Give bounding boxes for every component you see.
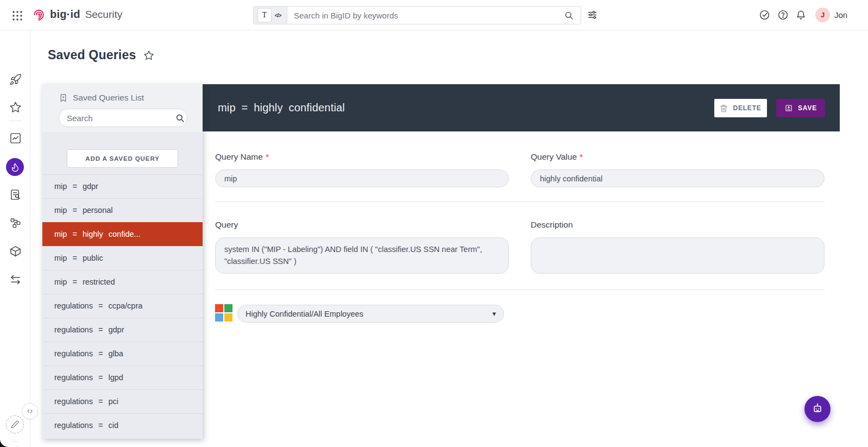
global-search: T </> — [253, 6, 581, 24]
sidebar-item-getting-started[interactable] — [9, 73, 22, 86]
nodes-icon — [9, 217, 22, 229]
mip-label-dropdown-value: Highly Confidential/All Employees — [246, 310, 492, 318]
favorite-star-icon[interactable] — [143, 50, 154, 61]
sidebar-item-favorites[interactable] — [9, 101, 22, 114]
tasks-check-icon[interactable] — [759, 9, 770, 21]
notifications-bell-icon[interactable] — [795, 9, 807, 21]
saved-queries-list: mip = gdprmip = personalmip = highly con… — [42, 174, 203, 437]
list-item-label: mip = personal — [54, 206, 113, 215]
query-name-label: Query Name — [215, 152, 263, 161]
chevron-down-icon: ▾ — [492, 310, 496, 318]
top-bar: big·id Security T </> — [0, 0, 868, 30]
search-icon — [175, 113, 185, 123]
app-grid-icon[interactable] — [11, 9, 24, 22]
query-value-input[interactable] — [531, 169, 825, 187]
list-item[interactable]: regulations = gdpr — [42, 318, 203, 342]
search-mode-segment: T </> — [254, 7, 287, 24]
query-name-input[interactable] — [215, 169, 509, 187]
list-item[interactable]: regulations = glba — [42, 342, 203, 366]
code-chevrons-icon — [26, 407, 34, 415]
mip-label-dropdown[interactable]: Highly Confidential/All Employees ▾ — [237, 305, 504, 323]
query-detail-title: mip = highly confidential — [218, 84, 345, 131]
saved-queries-list-title: Saved Queries List — [73, 93, 144, 103]
sidebar-item-catalog[interactable] — [9, 245, 22, 257]
list-item[interactable]: mip = personal — [42, 198, 203, 222]
user-name: Jon — [834, 10, 847, 20]
assistant-chatbot-button[interactable] — [804, 396, 831, 422]
user-avatar[interactable]: J — [815, 8, 830, 22]
sidebar-collapse-toggle[interactable] — [22, 403, 38, 419]
list-item-label: mip = restricted — [54, 278, 115, 286]
cube-icon — [9, 245, 22, 257]
sidebar-item-data-flows[interactable] — [9, 217, 22, 229]
form-divider — [215, 289, 825, 290]
sidebar-item-transfers[interactable] — [9, 273, 22, 286]
search-icon[interactable] — [564, 10, 581, 21]
list-item-label: mip = highly confide... — [54, 230, 141, 238]
required-mark: * — [580, 152, 583, 161]
list-item-label: mip = public — [54, 254, 103, 262]
save-icon — [784, 104, 793, 112]
bookmark-star-icon — [59, 93, 68, 103]
sidebar-divider — [9, 121, 22, 121]
list-item-label: regulations = ccpa/cpra — [54, 301, 142, 310]
query-value-label: Query Value — [531, 152, 577, 161]
list-item[interactable]: regulations = ccpa/cpra — [42, 294, 203, 318]
star-icon — [9, 101, 22, 114]
user-initial: J — [821, 11, 825, 19]
save-button-label: SAVE — [798, 104, 817, 112]
report-search-icon — [9, 188, 22, 201]
query-detail-form: Query Name* Query Value* Query system IN… — [202, 131, 840, 447]
list-item[interactable]: mip = gdpr — [42, 174, 203, 198]
brand-logo-link[interactable]: big·id Security — [32, 7, 122, 22]
saved-queries-list-body: ADD A SAVED QUERY mip = gdprmip = person… — [42, 132, 203, 439]
page-title: Saved Queries — [48, 48, 136, 62]
list-item[interactable]: regulations = lgpd — [42, 366, 203, 389]
help-icon[interactable] — [777, 9, 789, 21]
saved-queries-panel-header: Saved Queries List — [42, 84, 203, 132]
list-item-label: regulations = cid — [54, 421, 118, 430]
sidebar-item-risk-active[interactable] — [6, 158, 24, 176]
trash-icon — [720, 104, 728, 112]
bigid-app-window: big·id Security T </> — [0, 0, 868, 447]
list-item-label: regulations = glba — [54, 349, 123, 358]
delete-button[interactable]: DELETE — [714, 99, 767, 117]
search-settings-icon[interactable] — [587, 9, 598, 21]
saved-queries-panel: Saved Queries List ADD A SAVED QUERY mip… — [42, 84, 203, 439]
list-item-label: regulations = gdpr — [54, 325, 124, 334]
chart-icon — [9, 132, 22, 144]
brand-name: big·id — [50, 8, 80, 21]
flame-icon — [10, 162, 20, 172]
description-label: Description — [531, 220, 573, 230]
query-detail-header: mip = highly confidential DELETE SAVE — [202, 84, 840, 131]
text-search-mode-button[interactable]: T — [258, 9, 271, 22]
save-button[interactable]: SAVE — [776, 99, 825, 117]
sidebar-nav — [0, 30, 30, 447]
query-textarea[interactable]: system IN ("MIP - Labeling") AND field I… — [215, 237, 509, 274]
list-item[interactable]: mip = restricted — [42, 270, 203, 294]
brand-product: Security — [85, 9, 123, 21]
list-item-label: regulations = lgpd — [54, 373, 123, 382]
list-search-box — [59, 109, 187, 127]
list-item-label: regulations = pci — [54, 397, 118, 406]
sidebar-item-dashboard[interactable] — [9, 132, 22, 144]
list-item[interactable]: regulations = pci — [42, 389, 203, 413]
list-search-input[interactable] — [67, 114, 175, 123]
form-divider — [215, 202, 825, 202]
sidebar-item-reports[interactable] — [9, 188, 22, 201]
list-item[interactable]: regulations = cid — [42, 413, 203, 437]
edit-pencil-button[interactable] — [6, 415, 24, 433]
robot-icon — [810, 402, 825, 416]
rocket-icon — [9, 73, 22, 86]
list-item[interactable]: mip = highly confide... — [42, 222, 203, 246]
list-item[interactable]: mip = public — [42, 246, 203, 270]
bigid-fingerprint-logo-icon — [32, 7, 46, 22]
global-search-input[interactable] — [287, 7, 564, 24]
add-saved-query-button[interactable]: ADD A SAVED QUERY — [67, 149, 178, 168]
microsoft-logo-icon — [215, 304, 232, 322]
swap-arrows-icon — [9, 273, 22, 286]
description-textarea[interactable] — [531, 237, 825, 274]
pencil-icon — [11, 420, 19, 429]
code-search-mode-button[interactable]: </> — [273, 12, 282, 18]
list-item-label: mip = gdpr — [54, 182, 98, 191]
